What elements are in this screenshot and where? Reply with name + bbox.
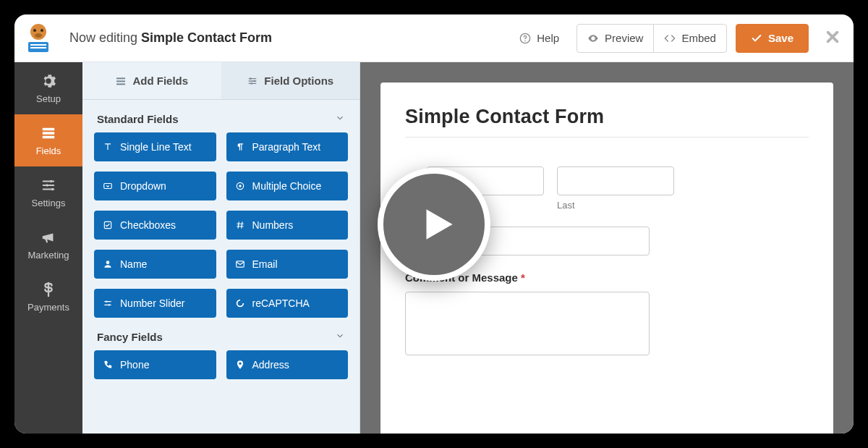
recaptcha-icon	[235, 298, 245, 308]
preview-embed-group: Preview Embed	[576, 24, 727, 53]
app-window: Now editing Simple Contact Form Help Pre…	[14, 14, 854, 434]
field-number-slider[interactable]: Number Slider	[94, 289, 216, 318]
field-label: Phone	[120, 359, 149, 371]
sidebar-item-payments[interactable]: Payments	[14, 271, 82, 323]
slider-icon	[103, 298, 113, 308]
svg-rect-21	[104, 184, 112, 189]
svg-rect-16	[116, 80, 125, 82]
field-numbers[interactable]: Numbers	[226, 211, 349, 240]
form-title: Simple Contact Form	[405, 106, 809, 128]
sidebar-item-fields[interactable]: Fields	[14, 114, 82, 166]
check-icon	[103, 220, 113, 230]
close-icon	[825, 29, 841, 45]
comment-field[interactable]: Comment or Message *	[405, 271, 809, 355]
mail-icon	[235, 259, 245, 269]
svg-point-20	[251, 83, 253, 85]
sidebar-label: Payments	[27, 302, 69, 313]
sidebar-item-setup[interactable]: Setup	[14, 62, 82, 114]
field-label: Dropdown	[120, 180, 166, 192]
svg-point-18	[250, 77, 252, 80]
field-name[interactable]: Name	[94, 250, 216, 279]
preview-button[interactable]: Preview	[576, 24, 654, 53]
svg-point-25	[106, 261, 110, 264]
list-icon	[41, 125, 56, 141]
play-video-button[interactable]	[378, 168, 490, 281]
group-standard-fields[interactable]: Standard Fields	[94, 100, 348, 132]
save-label: Save	[768, 32, 793, 44]
field-address[interactable]: Address	[226, 350, 349, 379]
text-icon	[103, 142, 113, 152]
radio-icon	[235, 181, 245, 191]
sidebar-item-marketing[interactable]: Marketing	[14, 219, 82, 271]
list-icon	[115, 75, 127, 87]
name-last-col: Last	[557, 166, 674, 211]
dollar-icon	[41, 282, 56, 297]
field-phone[interactable]: Phone	[94, 350, 216, 379]
eye-icon	[587, 33, 599, 44]
tab-label: Field Options	[264, 75, 333, 87]
svg-point-8	[524, 40, 526, 41]
editing-title: Now editing Simple Contact Form	[69, 30, 272, 46]
comment-textarea[interactable]	[405, 292, 650, 355]
play-icon	[415, 202, 460, 247]
svg-point-13	[46, 184, 48, 187]
field-paragraph-text[interactable]: Paragraph Text	[226, 132, 349, 161]
field-label: Numbers	[252, 219, 294, 231]
app-logo	[22, 22, 55, 55]
sidebar-label: Setup	[36, 93, 61, 104]
field-email[interactable]: Email	[226, 250, 349, 279]
tab-label: Add Fields	[132, 75, 188, 87]
embed-button[interactable]: Embed	[653, 24, 727, 53]
field-label: Number Slider	[120, 297, 184, 309]
field-recaptcha[interactable]: reCAPTCHA	[226, 289, 349, 318]
field-label: Name	[120, 258, 147, 270]
field-label: reCAPTCHA	[252, 297, 310, 309]
megaphone-icon	[41, 229, 56, 245]
field-checkboxes[interactable]: Checkboxes	[94, 211, 216, 240]
svg-rect-17	[116, 83, 125, 85]
field-single-line-text[interactable]: Single Line Text	[94, 132, 216, 161]
tab-field-options[interactable]: Field Options	[221, 62, 360, 99]
field-label: Paragraph Text	[252, 141, 321, 153]
panel-scroll[interactable]: Standard Fields Single Line Text Paragra…	[82, 100, 359, 434]
divider	[405, 137, 809, 138]
field-label: Checkboxes	[120, 219, 176, 231]
svg-point-19	[254, 80, 256, 82]
name-last-input[interactable]	[557, 166, 674, 195]
sidebar-label: Settings	[32, 198, 66, 208]
sidebar-item-settings[interactable]: Settings	[14, 166, 82, 219]
dropdown-icon	[103, 181, 113, 191]
svg-rect-6	[30, 47, 46, 48]
sidebar-label: Marketing	[27, 250, 69, 261]
help-button[interactable]: Help	[511, 24, 568, 53]
editing-form-name: Simple Contact Form	[141, 30, 272, 45]
fancy-fields-grid: Phone Address	[94, 350, 348, 379]
phone-icon	[103, 360, 113, 370]
fields-panel: Add Fields Field Options Standard Fields…	[82, 62, 360, 434]
svg-point-14	[51, 187, 54, 190]
topbar: Now editing Simple Contact Form Help Pre…	[14, 14, 854, 62]
preview-label: Preview	[605, 32, 643, 44]
field-multiple-choice[interactable]: Multiple Choice	[226, 172, 349, 200]
svg-point-2	[41, 29, 43, 32]
svg-rect-9	[43, 127, 55, 130]
panel-tabs: Add Fields Field Options	[82, 62, 359, 100]
user-icon	[103, 259, 113, 269]
standard-fields-grid: Single Line Text Paragraph Text Dropdown…	[94, 132, 348, 318]
code-icon	[664, 33, 676, 44]
help-label: Help	[537, 32, 559, 44]
save-button[interactable]: Save	[736, 24, 809, 53]
hash-icon	[235, 220, 245, 230]
svg-point-27	[106, 301, 107, 303]
field-dropdown[interactable]: Dropdown	[94, 172, 216, 200]
svg-rect-10	[43, 132, 55, 135]
group-fancy-fields[interactable]: Fancy Fields	[94, 318, 348, 350]
close-button[interactable]	[825, 29, 841, 48]
tab-add-fields[interactable]: Add Fields	[82, 62, 221, 99]
svg-point-12	[50, 179, 53, 182]
svg-rect-15	[116, 77, 125, 79]
field-label: Multiple Choice	[252, 180, 322, 192]
svg-point-23	[239, 185, 242, 187]
group-title: Standard Fields	[97, 113, 179, 125]
sliders-icon	[41, 177, 56, 193]
